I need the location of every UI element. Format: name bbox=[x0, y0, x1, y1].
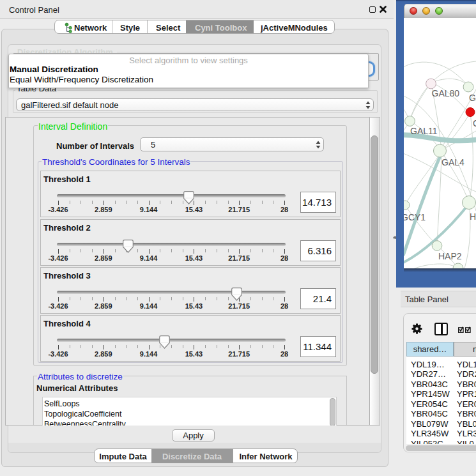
svg-text:GAL4: GAL4 bbox=[441, 157, 464, 167]
svg-text:HAP2: HAP2 bbox=[438, 251, 462, 261]
svg-text:GA: GA bbox=[469, 93, 476, 103]
svg-text:GCY1: GCY1 bbox=[404, 212, 426, 222]
svg-text:H: H bbox=[470, 211, 476, 222]
svg-text:GAL11: GAL11 bbox=[410, 126, 438, 136]
svg-text:GAL80: GAL80 bbox=[432, 88, 460, 98]
svg-text:C: C bbox=[473, 118, 476, 128]
